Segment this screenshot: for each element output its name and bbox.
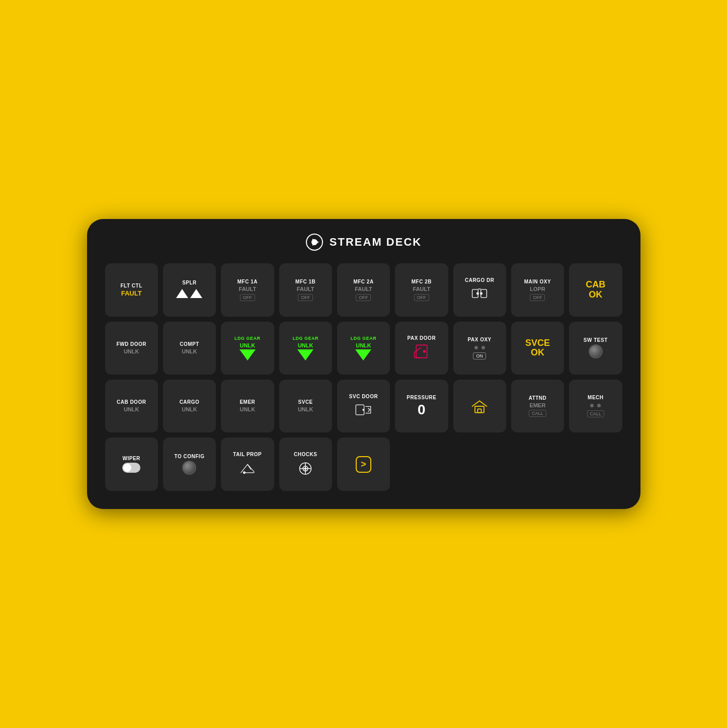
ldg-gear1-button[interactable]: LDG GEAR UNLK	[221, 322, 274, 375]
attnd-button[interactable]: ATTND EMER CALL	[511, 380, 564, 432]
mfc1b-off: OFF	[298, 294, 313, 301]
attnd-emer: EMER	[530, 402, 546, 409]
mfc1b-label: MFC 1B	[295, 279, 315, 285]
deck-header: STREAM DECK	[105, 233, 622, 251]
pax-oxy-dot1	[474, 346, 478, 349]
fwd-door-status: UNLK	[124, 348, 139, 355]
cargo-dr-button[interactable]: CARGO DR	[453, 263, 506, 316]
pax-oxy-dot2	[481, 346, 485, 349]
mech-label: MECH	[588, 395, 603, 401]
svg-point-5	[477, 293, 479, 295]
main-oxy-off: OFF	[530, 294, 545, 301]
tail-prop-label: TAIL PROP	[233, 452, 262, 458]
mfc2b-off: OFF	[414, 294, 429, 301]
to-config-label: TO CONFIG	[175, 454, 205, 460]
sw-test-button[interactable]: SW TEST	[569, 322, 622, 375]
svg-rect-13	[478, 409, 481, 412]
wiper-toggle[interactable]	[122, 463, 140, 473]
mfc2b-button[interactable]: MFC 2B FAULT OFF	[395, 263, 448, 316]
emer-status: UNLK	[240, 406, 256, 413]
next-arrow-icon: >	[356, 456, 371, 473]
svce-button[interactable]: SVCE UNLK	[279, 380, 332, 432]
compt-button[interactable]: COMPT UNLK	[163, 322, 216, 375]
svce-ok-button[interactable]: SVCE OK	[511, 322, 564, 375]
svc-door-icon	[354, 401, 372, 419]
ldg-gear3-status: UNLK	[356, 342, 371, 348]
cab-ok-button[interactable]: CAB OK	[569, 263, 622, 316]
main-oxy-button[interactable]: MAIN OXY LOPR OFF	[511, 263, 564, 316]
svce-status: UNLK	[298, 406, 313, 413]
pax-oxy-button[interactable]: PAX OXY ON	[453, 322, 506, 375]
chocks-button[interactable]: CHOCKS	[279, 438, 332, 490]
mech-dot1	[590, 404, 594, 407]
cargo-dr-icon	[470, 284, 489, 303]
wiper-label: WIPER	[123, 456, 140, 462]
mech-dots	[590, 403, 601, 408]
cargo-status: UNLK	[182, 406, 197, 413]
svc-door-label: SVC DOOR	[349, 394, 378, 400]
triangle-left	[176, 289, 188, 298]
fwd-door-button[interactable]: FWD DOOR UNLK	[105, 322, 158, 375]
pax-oxy-label: PAX OXY	[468, 337, 492, 343]
emer-button[interactable]: EMER UNLK	[221, 380, 274, 432]
svce-label: SVCE	[298, 399, 313, 405]
to-config-knob[interactable]	[182, 461, 196, 475]
cargo-button[interactable]: CARGO UNLK	[163, 380, 216, 432]
pax-oxy-dots	[474, 345, 486, 350]
home-icon	[470, 397, 489, 415]
cargo-label: CARGO	[180, 399, 200, 405]
cab-door-label: CAB DOOR	[117, 399, 146, 405]
tail-prop-button[interactable]: TAIL PROP	[221, 438, 274, 490]
ldg-gear3-button[interactable]: LDG GEAR UNLK	[337, 322, 390, 375]
ldg-gear1-status: UNLK	[240, 342, 256, 348]
pax-door-button[interactable]: PAX DOOR	[395, 322, 448, 375]
mfc1a-fault: FAULT	[239, 286, 257, 293]
pressure-button[interactable]: PRESSURE 0	[395, 380, 448, 432]
stream-deck-logo-icon	[305, 233, 324, 251]
mfc1a-off: OFF	[240, 294, 255, 301]
ldg-gear2-label: LDG GEAR	[292, 336, 318, 341]
cab-door-button[interactable]: CAB DOOR UNLK	[105, 380, 158, 432]
sw-test-knob[interactable]	[589, 344, 603, 358]
mfc2b-fault: FAULT	[413, 286, 431, 293]
ldg-gear2-arrow	[297, 349, 313, 360]
ldg-gear2-status: UNLK	[298, 342, 313, 348]
main-oxy-lopr: LOPR	[530, 286, 545, 293]
svc-door-button[interactable]: SVC DOOR	[337, 380, 390, 432]
wiper-button[interactable]: WIPER	[105, 438, 158, 490]
svce-ok-label: SVCE OK	[525, 338, 550, 358]
chocks-label: CHOCKS	[294, 452, 317, 458]
splr-button[interactable]: SPLR	[163, 263, 216, 316]
ldg-gear2-button[interactable]: LDG GEAR UNLK	[279, 322, 332, 375]
mfc2a-fault: FAULT	[355, 286, 372, 293]
flt-ctl-status: FAULT	[121, 290, 142, 297]
mfc1b-button[interactable]: MFC 1B FAULT OFF	[279, 263, 332, 316]
mech-dot2	[597, 404, 601, 407]
chocks-icon	[296, 459, 314, 477]
ldg-gear3-arrow	[355, 349, 371, 360]
ldg-gear3-label: LDG GEAR	[351, 336, 377, 341]
svg-point-9	[423, 350, 426, 353]
pax-oxy-on: ON	[473, 352, 486, 359]
splr-triangles	[176, 289, 202, 298]
ldg-gear1-label: LDG GEAR	[234, 336, 261, 341]
triangle-right	[190, 289, 202, 298]
compt-status: UNLK	[182, 348, 197, 355]
next-button[interactable]: >	[337, 438, 390, 490]
to-config-button[interactable]: TO CONFIG	[163, 438, 216, 490]
flt-ctl-label: FLT CTL	[121, 283, 142, 289]
attnd-label: ATTND	[529, 395, 547, 401]
svg-point-11	[363, 409, 364, 410]
pressure-label: PRESSURE	[407, 395, 436, 401]
mfc2a-button[interactable]: MFC 2A FAULT OFF	[337, 263, 390, 316]
cab-ok-label: CAB OK	[586, 280, 605, 300]
svg-point-19	[305, 468, 306, 469]
flt-ctl-button[interactable]: FLT CTL FAULT	[105, 263, 158, 316]
mech-call-button[interactable]: MECH CALL	[569, 380, 622, 432]
mfc1a-button[interactable]: MFC 1A FAULT OFF	[221, 263, 274, 316]
compt-label: COMPT	[180, 341, 199, 347]
cab-door-status: UNLK	[124, 406, 139, 413]
home-button[interactable]	[453, 380, 506, 432]
tail-prop-icon	[238, 459, 257, 477]
cargo-dr-label: CARGO DR	[465, 277, 494, 283]
